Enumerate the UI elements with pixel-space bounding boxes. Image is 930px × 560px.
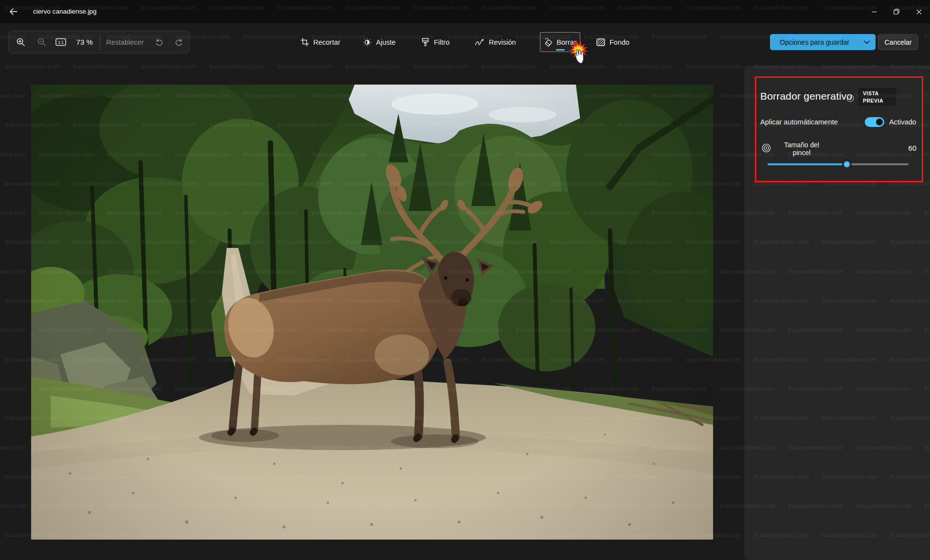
watermark-text: trucoswindows.com bbox=[686, 63, 741, 70]
info-icon[interactable] bbox=[846, 94, 854, 102]
watermark-text: trucoswindows.com bbox=[0, 209, 26, 216]
brush-size-value: 60 bbox=[881, 144, 916, 152]
brush-size-slider[interactable] bbox=[768, 160, 909, 169]
back-button[interactable] bbox=[6, 5, 20, 18]
watermark-text: trucoswindows.com bbox=[0, 268, 26, 275]
watermark-text: trucoswindows.com bbox=[0, 326, 26, 333]
paintbrush-icon bbox=[421, 38, 429, 47]
undo-icon bbox=[155, 38, 163, 47]
tab-label: Recortar bbox=[313, 38, 340, 46]
tab-revision[interactable]: Revisión bbox=[475, 31, 516, 53]
zoom-level-value: 73 % bbox=[70, 31, 99, 53]
watermark-text: trucoswindows.com bbox=[413, 63, 468, 70]
back-arrow-icon bbox=[9, 8, 18, 15]
watermark-text: trucoswindows.com bbox=[924, 33, 930, 40]
slider-fill bbox=[768, 163, 847, 165]
close-icon bbox=[916, 9, 922, 15]
zoom-in-button[interactable] bbox=[9, 31, 33, 53]
photo-vignette bbox=[31, 85, 713, 540]
watermark-text: trucoswindows.com bbox=[5, 63, 60, 70]
tab-borrar-selected[interactable]: Borrar bbox=[540, 32, 580, 52]
restore-button[interactable] bbox=[885, 0, 908, 23]
tab-ajuste[interactable]: Ajuste bbox=[363, 31, 395, 53]
restore-icon bbox=[894, 9, 899, 15]
watermark-text: trucoswindows.com bbox=[0, 502, 26, 509]
file-title: ciervo canadiense.jpg bbox=[33, 0, 97, 23]
watermark-text: trucoswindows.com bbox=[720, 33, 775, 40]
photo-canvas[interactable] bbox=[31, 85, 713, 540]
zoom-out-button[interactable] bbox=[33, 31, 51, 53]
tab-label: Fondo bbox=[609, 38, 629, 46]
watermark-text: trucoswindows.com bbox=[0, 151, 26, 158]
close-button[interactable] bbox=[908, 0, 930, 23]
tab-label: Revisión bbox=[489, 38, 516, 46]
one-to-one-icon: 1:1 bbox=[55, 38, 66, 46]
watermark-text: trucoswindows.com bbox=[0, 385, 26, 392]
watermark-text: trucoswindows.com bbox=[141, 63, 196, 70]
watermark-text: trucoswindows.com bbox=[0, 92, 26, 99]
toggle-knob bbox=[876, 119, 883, 125]
watermark-text: trucoswindows.com bbox=[277, 63, 332, 70]
preview-badge: VISTA PREVIA bbox=[858, 88, 896, 106]
tab-filtro[interactable]: Filtro bbox=[421, 31, 449, 53]
minimize-icon bbox=[872, 9, 877, 15]
tab-label: Borrar bbox=[556, 38, 576, 46]
watermark-text: trucoswindows.com bbox=[73, 63, 128, 70]
selected-tab-indicator bbox=[556, 49, 565, 51]
redo-button[interactable] bbox=[169, 31, 190, 53]
actual-size-button[interactable]: 1:1 bbox=[51, 31, 71, 53]
chevron-down-icon bbox=[864, 40, 870, 44]
watermark-text: trucoswindows.com bbox=[652, 33, 707, 40]
view-tools-group: 1:1 73 % Restablecer bbox=[8, 31, 190, 53]
watermark-text: trucoswindows.com bbox=[345, 63, 400, 70]
watermark-text: trucoswindows.com bbox=[618, 63, 673, 70]
background-icon bbox=[596, 38, 605, 46]
cancel-button[interactable]: Cancelar bbox=[878, 34, 918, 50]
watermark-text: trucoswindows.com bbox=[0, 444, 26, 451]
save-options-split-button[interactable]: Opciones para guardar bbox=[770, 34, 876, 50]
eraser-icon bbox=[544, 37, 553, 47]
tab-label: Ajuste bbox=[376, 38, 395, 46]
toolbar-divider bbox=[100, 35, 100, 50]
save-options-label: Opciones para guardar bbox=[780, 38, 849, 46]
elk-photo bbox=[31, 85, 713, 540]
tab-fondo[interactable]: Fondo bbox=[596, 31, 629, 53]
zoom-out-icon bbox=[37, 37, 46, 47]
auto-apply-toggle[interactable] bbox=[865, 117, 884, 127]
generative-eraser-panel bbox=[744, 66, 930, 560]
reset-button[interactable]: Restablecer bbox=[101, 31, 149, 53]
watermark-text: trucoswindows.com bbox=[243, 33, 298, 40]
ink-pen-icon bbox=[475, 38, 484, 46]
panel-title: Borrador generativo bbox=[760, 90, 852, 102]
brush-size-label: Tamaño del pincel bbox=[779, 141, 824, 157]
svg-text:1:1: 1:1 bbox=[58, 40, 64, 45]
redo-icon bbox=[175, 38, 183, 47]
crop-icon bbox=[301, 38, 309, 46]
titlebar: ciervo canadiense.jpg bbox=[0, 0, 930, 23]
minimize-button[interactable] bbox=[863, 0, 885, 23]
brush-size-icon bbox=[762, 143, 771, 153]
brightness-icon bbox=[363, 38, 372, 47]
watermark-text: trucoswindows.com bbox=[550, 63, 605, 70]
tab-recortar[interactable]: Recortar bbox=[301, 31, 340, 53]
tab-label: Filtro bbox=[434, 38, 449, 46]
slider-thumb[interactable] bbox=[842, 160, 851, 169]
window-controls bbox=[863, 0, 930, 23]
auto-apply-state: Activado bbox=[889, 118, 916, 126]
watermark-text: trucoswindows.com bbox=[482, 63, 537, 70]
undo-button[interactable] bbox=[149, 31, 169, 53]
zoom-in-icon bbox=[16, 37, 25, 47]
watermark-text: trucoswindows.com bbox=[209, 63, 264, 70]
auto-apply-label: Aplicar automáticamente bbox=[760, 118, 838, 126]
